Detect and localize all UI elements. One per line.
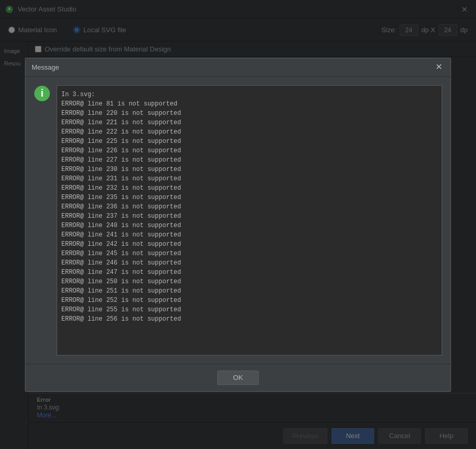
modal-title-bar: Message ✕	[25, 58, 451, 77]
modal-icon: i	[34, 85, 50, 355]
ok-button[interactable]: OK	[217, 371, 259, 385]
modal-message-area[interactable]: In 3.svg:ERROR@ line 81 is not supported…	[57, 85, 442, 355]
message-dialog: Message ✕ i In 3.svg:ERROR@ line 81 is n…	[25, 58, 451, 392]
modal-close-button[interactable]: ✕	[433, 63, 444, 71]
modal-overlay: Message ✕ i In 3.svg:ERROR@ line 81 is n…	[0, 0, 476, 449]
modal-body: i In 3.svg:ERROR@ line 81 is not support…	[25, 77, 451, 364]
modal-title: Message	[32, 63, 59, 71]
modal-footer: OK	[25, 364, 451, 391]
svg-text:i: i	[41, 87, 44, 99]
